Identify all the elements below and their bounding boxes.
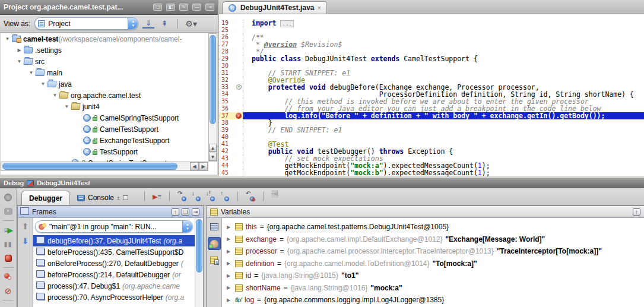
breakpoint-icon[interactable]: ✓: [236, 113, 242, 119]
float-icon[interactable]: ❏: [182, 208, 189, 216]
gutter-cell[interactable]: 32: [219, 77, 243, 84]
gutter-cell[interactable]: 39: [219, 126, 243, 134]
tab-console[interactable]: Console ±: [70, 191, 135, 205]
hide-icon[interactable]: ⇥: [205, 4, 214, 11]
code-line[interactable]: 39 // END SNIPPET: e1: [219, 126, 644, 134]
gutter-cell[interactable]: 26: [219, 34, 243, 41]
gear-icon[interactable]: ⚙▾: [185, 19, 197, 29]
frame-row[interactable]: debugBefore():37, DebugJUnit4Test (org.a: [33, 235, 195, 246]
gutter-cell[interactable]: 45: [219, 169, 243, 176]
float-icon[interactable]: ❏: [153, 4, 162, 11]
gutter-cell[interactable]: 25: [219, 27, 243, 34]
gutter-cell[interactable]: 33↑: [219, 84, 243, 91]
project-vertical-scrollbar[interactable]: ▲ ▼: [208, 33, 217, 162]
dock-icon[interactable]: ◧: [166, 4, 175, 11]
gutter-cell[interactable]: 40: [219, 134, 243, 141]
variable-row[interactable]: ▶definition = {org.apache.camel.model.To…: [222, 258, 644, 270]
scroll-left-arrow[interactable]: ◀: [190, 162, 199, 170]
gutter-cell[interactable]: 19: [219, 20, 243, 27]
code-editor[interactable]: 19import ...2526/**27 * @version $Revisi…: [219, 14, 644, 176]
tree-row[interactable]: ▼java: [1, 78, 208, 90]
expand-arrow-icon[interactable]: ▶: [227, 261, 232, 266]
frames-vertical-scrollbar[interactable]: [195, 218, 203, 307]
gutter-cell[interactable]: 28: [219, 48, 243, 55]
code-line[interactable]: 19import ...: [219, 20, 644, 27]
tree-row[interactable]: CCamelSpringTestSupport: [1, 112, 208, 124]
expand-arrow-icon[interactable]: ▶: [227, 297, 232, 303]
gutter-cell[interactable]: 36: [219, 105, 243, 112]
collapse-arrow-icon[interactable]: ▼: [27, 70, 36, 75]
gutter-cell[interactable]: 44: [219, 162, 243, 169]
expand-arrow-icon[interactable]: ▶: [227, 249, 232, 254]
pop-frame-icon[interactable]: ↶⊗: [246, 192, 255, 201]
down-stack-icon[interactable]: ⬇: [22, 236, 29, 246]
watch-view-icon[interactable]: [208, 237, 221, 250]
scrollbar-thumb[interactable]: [2, 163, 177, 170]
override-marker-icon[interactable]: ↑: [236, 84, 242, 90]
minimize-icon[interactable]: —: [192, 4, 201, 11]
show-execution-point-icon[interactable]: ▶≡: [153, 193, 161, 201]
expand-arrow-icon[interactable]: ▶: [227, 285, 232, 290]
variable-row[interactable]: ▶id = {java.lang.String@1015}"to1": [222, 270, 644, 282]
force-step-into-icon[interactable]: ↓!: [206, 192, 215, 201]
scrollbar-thumb[interactable]: [196, 219, 202, 273]
gutter-cell[interactable]: 42: [219, 148, 243, 155]
step-into-icon[interactable]: ↓: [192, 192, 201, 201]
code-line[interactable]: 29public class DebugJUnit4Test extends C…: [219, 55, 644, 62]
hide-icon[interactable]: ⇥: [192, 208, 199, 216]
frame-row[interactable]: beforeProcess():214, DefaultDebugger (or: [33, 269, 195, 280]
scroll-right-arrow[interactable]: ▶: [199, 162, 208, 170]
collapse-arrow-icon[interactable]: ▼: [62, 104, 71, 109]
expand-arrow-icon[interactable]: ▶: [227, 236, 232, 242]
variable-row[interactable]: ▶6o′log = {org.apache.commons.logging.im…: [222, 294, 644, 306]
hide-bubble-icon[interactable]: ×: [0, 204, 16, 219]
collapse-arrow-icon[interactable]: ▼: [50, 93, 59, 98]
collapse-arrow-icon[interactable]: ▼: [3, 36, 12, 42]
variable-row[interactable]: ▶this = {org.apache.camel.test.patterns.…: [222, 221, 644, 233]
select-stepper[interactable]: ▲▼: [128, 18, 138, 29]
tree-row[interactable]: ▼org.apache.camel.test: [1, 90, 208, 101]
show-types-icon[interactable]: [208, 254, 221, 267]
close-icon[interactable]: ×: [317, 4, 321, 11]
tree-row[interactable]: CTestSupport: [1, 146, 208, 157]
thread-select[interactable]: "main"@1 in group "main": RUN... ▲▼: [35, 220, 193, 233]
code-line[interactable]: 25: [219, 27, 644, 34]
up-stack-icon[interactable]: ⬆: [22, 221, 29, 231]
tree-row[interactable]: ▼camel-test (/workspace/camel/components…: [1, 33, 208, 45]
scroll-up-arrow[interactable]: ▲: [209, 144, 217, 152]
project-horizontal-scrollbar[interactable]: ◀ ▶: [1, 162, 208, 171]
gutter-cell[interactable]: 38: [219, 119, 243, 126]
frame-row[interactable]: process():70, AsyncProcessorHelper (org.…: [33, 292, 195, 303]
expand-arrow-icon[interactable]: ▶: [227, 224, 232, 230]
frame-row[interactable]: onBeforeProcess():270, DefaultDebugger (: [33, 258, 195, 269]
run-to-cursor-icon[interactable]: ⇥I: [271, 192, 281, 201]
code-line[interactable]: 45 getMockEndpoint("mock:b").expectedMes…: [219, 169, 644, 176]
expand-arrow-icon[interactable]: ▶: [227, 273, 232, 278]
frame-row[interactable]: process():47, Debug$1 (org.apache.came: [33, 280, 195, 292]
console-export-icon[interactable]: ±: [117, 195, 120, 201]
restore-icon[interactable]: ↑: [633, 208, 640, 216]
tree-row[interactable]: ▼main: [1, 67, 208, 78]
current-execution-line[interactable]: 37✓ log.info("Before " + definition + " …: [219, 112, 644, 119]
variable-row[interactable]: ▶exchange = {org.apache.camel.impl.Defau…: [222, 233, 644, 246]
gutter-cell[interactable]: 41: [219, 141, 243, 148]
editor-tab[interactable]: C DebugJUnit4Test.java ×: [223, 1, 327, 14]
tree-row[interactable]: CCamelSpringTestSupport: [1, 157, 208, 162]
resume-icon[interactable]: ≡▶: [0, 223, 16, 237]
tab-debugger[interactable]: Debugger: [21, 191, 70, 205]
gutter-cell[interactable]: 34: [219, 91, 243, 98]
select-stepper[interactable]: ▲▼: [182, 221, 192, 232]
tree-row[interactable]: ▼junit4: [1, 101, 208, 112]
gutter-cell[interactable]: 37✓: [219, 112, 243, 119]
tree-row[interactable]: ▶.settings: [1, 45, 208, 56]
view-breakpoints-icon[interactable]: [0, 270, 16, 284]
gutter-cell[interactable]: 35: [219, 98, 243, 105]
tree-row[interactable]: CExchangeTestSupport: [1, 135, 208, 146]
expand-arrow-icon[interactable]: ▶: [15, 48, 24, 53]
pin-icon[interactable]: ✎: [179, 4, 188, 11]
step-over-icon[interactable]: ↷: [177, 192, 187, 201]
code-line[interactable]: 27 * @version $Revision$: [219, 41, 644, 48]
variable-row[interactable]: ▶shortName = {java.lang.String@1016}"moc…: [222, 282, 644, 295]
variable-row[interactable]: ▶processor = {org.apache.camel.processor…: [222, 245, 644, 258]
frame-row[interactable]: beforeProcess():435, CamelTestSupport$D: [33, 246, 195, 258]
